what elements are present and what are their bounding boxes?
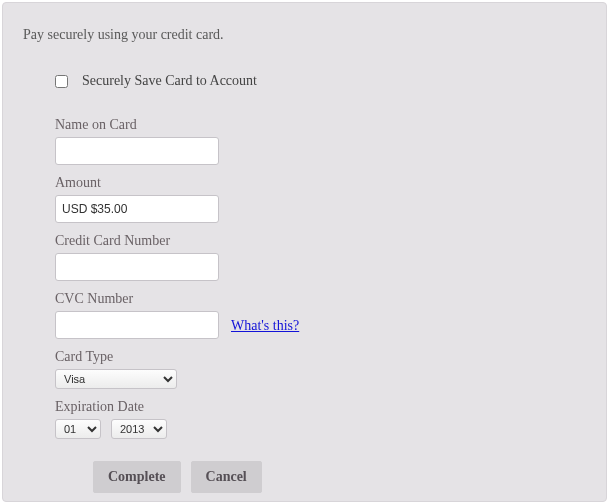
- amount-label: Amount: [55, 175, 588, 191]
- card-type-label: Card Type: [55, 349, 588, 365]
- payment-panel: Pay securely using your credit card. Sec…: [2, 2, 607, 502]
- save-card-row: Securely Save Card to Account: [55, 73, 588, 89]
- save-card-label: Securely Save Card to Account: [82, 73, 257, 89]
- expiration-field: Expiration Date 01 2013: [55, 399, 588, 439]
- amount-input[interactable]: [55, 195, 219, 223]
- cvc-input[interactable]: [55, 311, 219, 339]
- name-on-card-field: Name on Card: [55, 117, 588, 165]
- card-type-field: Card Type Visa: [55, 349, 588, 389]
- name-on-card-label: Name on Card: [55, 117, 588, 133]
- button-row: Complete Cancel: [93, 461, 588, 493]
- cancel-button[interactable]: Cancel: [191, 461, 262, 493]
- card-type-select[interactable]: Visa: [55, 369, 177, 389]
- complete-button[interactable]: Complete: [93, 461, 181, 493]
- cvc-hint-link[interactable]: What's this?: [231, 318, 299, 333]
- cc-number-field: Credit Card Number: [55, 233, 588, 281]
- cc-number-input[interactable]: [55, 253, 219, 281]
- expiration-year-select[interactable]: 2013: [111, 419, 167, 439]
- cvc-field: CVC Number What's this?: [55, 291, 588, 339]
- amount-field: Amount: [55, 175, 588, 223]
- cc-number-label: Credit Card Number: [55, 233, 588, 249]
- panel-header: Pay securely using your credit card.: [23, 27, 588, 43]
- expiration-label: Expiration Date: [55, 399, 588, 415]
- save-card-checkbox[interactable]: [55, 75, 68, 88]
- expiration-month-select[interactable]: 01: [55, 419, 101, 439]
- payment-form: Securely Save Card to Account Name on Ca…: [55, 73, 588, 493]
- cvc-label: CVC Number: [55, 291, 588, 307]
- name-on-card-input[interactable]: [55, 137, 219, 165]
